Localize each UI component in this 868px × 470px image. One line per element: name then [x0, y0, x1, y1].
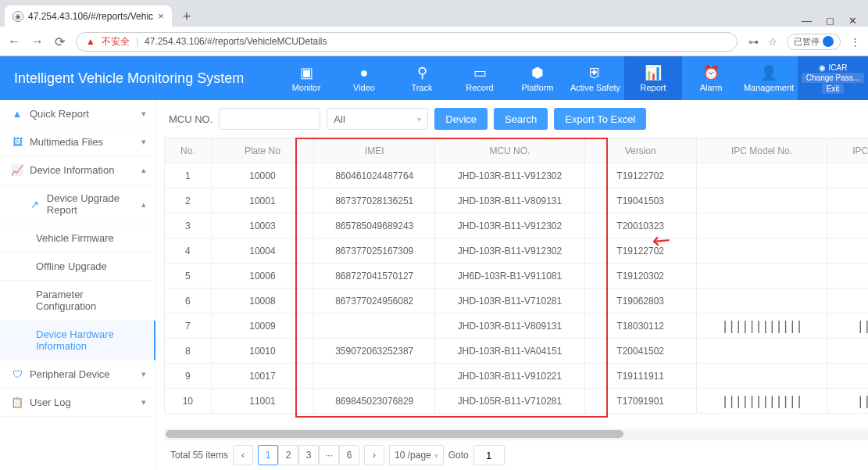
table-row[interactable]: 110000860461024487764JHD-103R-B11-V91230…	[165, 163, 869, 188]
page-6[interactable]: 6	[339, 445, 359, 465]
cell-plate: 10001	[211, 188, 313, 213]
browser-tab[interactable]: ◉ 47.254.43.106/#/reports/Vehic ×	[5, 5, 172, 27]
cell-version: T20010323	[584, 213, 696, 239]
cell-ipc_model: ||||||||||||	[696, 314, 827, 339]
table-row[interactable]: 410004867377025167309JHD-103R-B11-V91230…	[165, 239, 869, 264]
username: ICAR	[829, 63, 848, 72]
table-row[interactable]: 710009JHD-103R-B11-V809131T18030112|||||…	[165, 314, 869, 339]
table-row[interactable]: 610008867377024956082JHD-103R-B11-V71028…	[165, 289, 869, 314]
cell-no: 3	[165, 213, 212, 239]
close-icon[interactable]: ×	[158, 10, 164, 22]
chevron-down-icon: ▾	[434, 451, 438, 460]
cell-imei: 867377024956082	[314, 289, 435, 314]
cell-no: 10	[165, 389, 212, 414]
new-tab-button[interactable]: +	[178, 7, 196, 27]
nav-record[interactable]: ▭Record	[451, 56, 509, 100]
change-password-link[interactable]: Change Pass...	[802, 73, 864, 83]
chevron-down-icon: ▾	[417, 115, 421, 124]
chevron-down-icon: ▾	[141, 109, 146, 119]
cell-no: 8	[165, 339, 212, 364]
horizontal-scrollbar[interactable]	[164, 429, 868, 440]
cell-imei: 867377028136251	[314, 188, 435, 213]
sidebar-item-upgrade-report[interactable]: ↗Device Upgrade Report▴	[0, 185, 155, 224]
filter-label: MCU NO.	[169, 113, 213, 125]
cell-version: T19062803	[584, 289, 696, 314]
th-plate: Plate No	[211, 138, 313, 163]
track-icon: ⚲	[417, 64, 427, 81]
exit-link[interactable]: Exit	[822, 84, 845, 94]
page-···[interactable]: ···	[319, 445, 339, 465]
search-button[interactable]: Search	[494, 108, 548, 130]
cell-ipc_sw	[827, 213, 868, 239]
sidebar-item-quick-report[interactable]: ▲Quick Report▾	[0, 100, 155, 128]
cell-plate: 10009	[211, 314, 313, 339]
nav-alarm[interactable]: ⏰Alarm	[682, 56, 740, 100]
star-icon[interactable]: ☆	[768, 36, 777, 48]
maximize-icon[interactable]: ◻	[826, 15, 834, 27]
pagination-footer: Total 55 items ‹ 123···6 › 10 /page▾ Got…	[164, 440, 868, 470]
nav-platform[interactable]: ⬢Platform	[509, 56, 566, 100]
page-size-select[interactable]: 10 /page▾	[389, 445, 444, 465]
sidebar-item-user-log[interactable]: 📋User Log▾	[0, 389, 155, 417]
back-icon[interactable]: ←	[8, 34, 20, 48]
cell-mcu: JHD-105R-B11-V710281	[435, 389, 584, 414]
profile-paused[interactable]: 已暂停	[787, 34, 841, 50]
cell-plate: 11001	[211, 389, 313, 414]
chart-icon: 📈	[9, 164, 25, 176]
device-button[interactable]: Device	[434, 108, 488, 130]
sidebar-item-peripheral[interactable]: 🛡Peripheral Device▾	[0, 361, 155, 389]
nav-monitor[interactable]: ▣Monitor	[277, 56, 335, 100]
key-icon[interactable]: ⊶	[748, 36, 759, 48]
export-button[interactable]: Export To Excel	[554, 108, 646, 130]
table-row[interactable]: 510006868727041570127JH6D-103R-B1-V91108…	[165, 264, 869, 289]
cell-imei	[314, 364, 435, 389]
sidebar-item-param-config[interactable]: Parameter Configuration	[0, 281, 155, 321]
page-1[interactable]: 1	[258, 445, 278, 465]
mcu-no-input[interactable]	[219, 108, 320, 130]
goto-input[interactable]	[473, 445, 505, 465]
th-ipc-sw: IPC Software Version	[827, 138, 868, 163]
cell-ipc_sw	[827, 264, 868, 289]
table-row[interactable]: 310003865785049689243JHD-103R-B11-V91230…	[165, 213, 869, 239]
tab-strip: ◉ 47.254.43.106/#/reports/Vehic × + — ◻ …	[0, 0, 868, 27]
page-2[interactable]: 2	[278, 445, 298, 465]
page-next[interactable]: ›	[364, 445, 384, 465]
menu-icon[interactable]: ⋮	[850, 36, 860, 48]
table-row[interactable]: 810010359072063252387JHD-103R-B11-VA0415…	[165, 339, 869, 364]
page-3[interactable]: 3	[298, 445, 319, 465]
table-row[interactable]: 1011001869845023076829JHD-105R-B11-V7102…	[165, 389, 869, 414]
sidebar-item-hardware-info[interactable]: Device Hardware Information	[0, 321, 155, 361]
table-wrap[interactable]: No. Plate No IMEI MCU NO. Version IPC Mo…	[164, 138, 868, 429]
sidebar-item-firmware[interactable]: Vehicle Firmware	[0, 224, 155, 253]
nav-report[interactable]: 📊Report	[624, 56, 682, 100]
sidebar-item-device-info[interactable]: 📈Device Information▴	[0, 156, 155, 185]
cell-plate: 10010	[211, 339, 313, 364]
nav-safety[interactable]: ⛨Active Safety	[566, 56, 624, 100]
forward-icon[interactable]: →	[31, 34, 44, 48]
table-row[interactable]: 210001867377028136251JHD-103R-B11-V80913…	[165, 188, 869, 213]
record-icon: ▭	[473, 64, 487, 81]
url-field[interactable]: ▲ 不安全 | 47.254.43.106/#/reports/VehicleM…	[76, 32, 738, 52]
scrollbar-thumb[interactable]	[166, 430, 623, 438]
cell-ipc_model: ||||||||||||	[696, 389, 827, 414]
nav-video[interactable]: ●Video	[335, 56, 393, 100]
cell-imei: 359072063252387	[314, 339, 435, 364]
cell-version: T19122702	[584, 239, 696, 264]
nav-track[interactable]: ⚲Track	[393, 56, 451, 100]
sidebar-item-multimedia[interactable]: 🖼Multimedia Files▾	[0, 128, 155, 156]
globe-icon: ◉	[13, 11, 23, 22]
cell-imei	[314, 314, 435, 339]
cell-ipc_sw: ||||||||||||	[827, 314, 868, 339]
page-prev[interactable]: ‹	[233, 445, 253, 465]
sidebar-item-offline-upgrade[interactable]: Offline Upgrade	[0, 253, 155, 281]
table-row[interactable]: 910017JHD-103R-B11-V910221T19111911	[165, 364, 869, 389]
reload-icon[interactable]: ⟳	[55, 34, 65, 49]
minimize-icon[interactable]: —	[802, 15, 812, 27]
report-icon: 📊	[645, 64, 662, 81]
filter-select[interactable]: All▾	[327, 108, 428, 130]
close-window-icon[interactable]: ✕	[848, 15, 857, 27]
nav-management[interactable]: 👤Management	[740, 56, 798, 100]
shield-icon: ⛨	[588, 65, 602, 81]
cell-plate: 10004	[211, 239, 313, 264]
cell-version: T18030112	[584, 314, 696, 339]
